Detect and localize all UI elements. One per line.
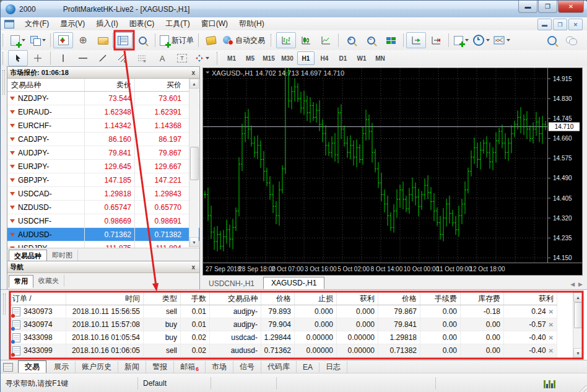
ask-column-header[interactable]: 买价	[135, 79, 185, 91]
terminal-tab-邮箱[interactable]: 邮箱6	[174, 361, 206, 373]
navigator-header[interactable]: 导航 x	[7, 261, 199, 273]
order-row[interactable]: 34330992018.10.16 01:06:05sell0.02audusd…	[9, 344, 557, 357]
market-watch-row[interactable]: NZDUSD-0.657470.65770	[7, 201, 199, 214]
new-order-button[interactable]: 新订单	[158, 32, 196, 48]
close-order-icon[interactable]: ✕	[549, 334, 554, 341]
chart-shift-button[interactable]	[426, 32, 446, 48]
toolbar-grip[interactable]	[2, 52, 6, 64]
market-watch-scrollbar[interactable]: ▲ ▼	[189, 79, 199, 247]
trendline-button[interactable]	[93, 50, 113, 66]
orders-column-header[interactable]: 手数	[181, 292, 210, 305]
toolbar-grip[interactable]	[2, 34, 6, 46]
bid-column-header[interactable]: 卖价	[85, 79, 135, 91]
text-label-button[interactable]: T	[172, 50, 192, 66]
restore-button[interactable]: ❐	[538, 1, 557, 13]
candlestick-button[interactable]	[296, 32, 316, 48]
scroll-up-icon[interactable]: ▲	[573, 292, 583, 302]
equidistant-channel-button[interactable]: E	[113, 50, 133, 66]
market-watch-column-headers[interactable]: 交易品种 卖价 买价	[7, 79, 199, 92]
dock-panel-icon[interactable]	[3, 363, 13, 372]
timeframe-h1[interactable]: H1	[297, 51, 315, 65]
orders-column-header[interactable]: 库存费	[461, 292, 504, 305]
market-watch-toggle[interactable]	[53, 32, 73, 48]
orders-column-header[interactable]: 获利	[504, 292, 557, 305]
tab-常用[interactable]: 常用	[9, 275, 33, 288]
menu-item-3[interactable]: 图表(C)	[124, 17, 160, 30]
mdi-minimize-button[interactable]: ▬	[537, 19, 552, 30]
order-row[interactable]: 34309732018.10.11 15:56:55sell0.01audjpy…	[9, 305, 557, 318]
resize-grip[interactable]	[577, 383, 586, 392]
orders-column-header[interactable]: 止损	[295, 292, 337, 305]
autotrading-button[interactable]: 自动交易	[221, 32, 267, 48]
terminal-tab-警报[interactable]: 警报	[146, 361, 174, 373]
periods-button[interactable]	[471, 32, 492, 48]
menu-item-0[interactable]: 文件(F)	[19, 17, 54, 30]
bar-chart-button[interactable]	[276, 32, 296, 48]
arrows-button[interactable]	[192, 50, 212, 66]
terminal-tab-代码库[interactable]: 代码库	[261, 361, 297, 373]
title-bar[interactable]: 2000 ProfitMarketHK-Live2 - [XAGUSD-,H1]…	[1, 1, 587, 18]
scrollbar-thumb[interactable]	[574, 302, 583, 328]
timeframe-m15[interactable]: M15	[260, 51, 277, 65]
profile-selector[interactable]: Default	[138, 377, 211, 390]
market-watch-close-icon[interactable]: x	[189, 69, 197, 76]
market-watch-row[interactable]: USDCHF-0.986690.98691	[7, 214, 199, 228]
orders-scrollbar[interactable]: ▲ ▼	[573, 292, 583, 358]
cursor-button[interactable]	[8, 50, 28, 66]
zoom-in-button[interactable]: +	[341, 32, 361, 48]
order-row[interactable]: 34330982018.10.16 01:05:54buy0.02usdcad-…	[9, 331, 557, 344]
tab-scroll-left-icon[interactable]: ◀	[570, 281, 575, 287]
market-watch-row[interactable]: USDCAD-1.298181.29843	[7, 187, 199, 201]
close-button[interactable]: ✕	[558, 1, 584, 13]
terminal-toggle[interactable]	[113, 32, 133, 48]
chart-canvas[interactable]: 14.91514.83014.74514.66014.57514.49014.4…	[202, 68, 583, 276]
text-button[interactable]: A	[152, 50, 172, 66]
vertical-line-button[interactable]	[53, 50, 73, 66]
orders-column-header[interactable]: 订单 /	[9, 292, 66, 305]
indicators-button[interactable]	[451, 32, 471, 48]
terminal-tab-市场[interactable]: 市场	[206, 361, 233, 373]
terminal-tab-账户历史[interactable]: 账户历史	[76, 361, 118, 373]
profiles-button[interactable]	[28, 32, 48, 48]
new-chart-button[interactable]	[8, 32, 28, 48]
toolbar-grip[interactable]	[217, 52, 220, 64]
crosshair-button[interactable]	[28, 50, 48, 66]
scroll-up-icon[interactable]: ▲	[189, 79, 199, 89]
timeframe-mn[interactable]: MN	[372, 51, 389, 65]
mdi-restore-button[interactable]: ❐	[553, 19, 567, 30]
terminal-tab-信号[interactable]: 信号	[233, 361, 261, 373]
horizontal-line-button[interactable]	[73, 50, 93, 66]
timeframe-d1[interactable]: D1	[334, 51, 352, 65]
symbol-column-header[interactable]: 交易品种	[7, 79, 85, 91]
order-row[interactable]: 34309742018.10.11 15:57:08buy0.01audjpy-…	[9, 318, 557, 331]
terminal-gripper[interactable]	[1, 290, 9, 360]
market-watch-row[interactable]: EURJPY-129.645129.667	[7, 160, 199, 173]
terminal-tab-交易[interactable]: 交易	[18, 360, 46, 373]
tab-收藏夹[interactable]: 收藏夹	[33, 275, 64, 287]
line-chart-button[interactable]	[316, 32, 336, 48]
orders-column-header[interactable]: 手续费	[420, 292, 461, 305]
orders-column-header[interactable]: 交易品种	[210, 292, 261, 305]
zoom-out-button[interactable]: −	[361, 32, 381, 48]
chat-button[interactable]	[562, 32, 581, 48]
market-watch-row[interactable]: AUDJPY-79.84179.867	[7, 146, 199, 160]
timeframe-m30[interactable]: M30	[279, 51, 296, 65]
scrollbar-thumb[interactable]	[190, 147, 199, 180]
close-order-icon[interactable]: ✕	[549, 347, 554, 354]
terminal-tab-日志[interactable]: 日志	[320, 361, 347, 373]
toolbar-grip[interactable]	[271, 34, 274, 46]
market-watch-header[interactable]: 市场报价: 01:06:18 x	[7, 67, 199, 79]
timeframe-m1[interactable]: M1	[223, 51, 240, 65]
scripts-button[interactable]	[201, 32, 221, 48]
market-watch-row[interactable]: CADJPY-86.16086.197	[7, 133, 199, 146]
menu-item-5[interactable]: 窗口(W)	[196, 17, 233, 30]
strategy-tester-button[interactable]	[133, 32, 152, 48]
scroll-down-icon[interactable]: ▼	[189, 237, 199, 247]
menu-item-4[interactable]: 工具(T)	[160, 17, 195, 30]
market-watch-row[interactable]: EURAUD-1.623481.62391	[7, 105, 199, 119]
orders-column-header[interactable]: 价格	[378, 292, 420, 305]
auto-scroll-button[interactable]	[406, 32, 426, 48]
tile-windows-button[interactable]	[381, 32, 401, 48]
scroll-down-icon[interactable]: ▼	[573, 348, 583, 358]
orders-column-header[interactable]: 获利	[337, 292, 378, 305]
